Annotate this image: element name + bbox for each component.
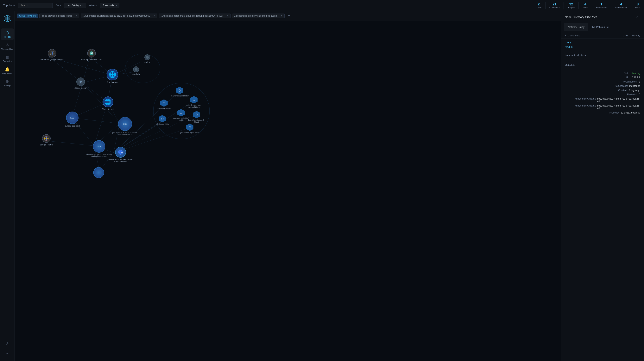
k8s-labels-title: Kubernetes Labels [565,54,640,56]
add-filter-button[interactable]: + [286,13,292,19]
stat-pods[interactable]: 8 Pods [631,2,644,9]
filter-hosts[interactable]: ...hosts:gke-harsh-multi-cloud-k8-defaul… [159,13,230,18]
node-gke-x2ej[interactable]: GKE gke-harsh-multi-cloud-k8-default-poo… [112,117,138,136]
node-directory-size-metrics[interactable]: ⬡ node-directory-size-metrics-k28sm [184,96,204,108]
cpu-label: CPU [623,34,628,37]
metadata-row-created: Created: 2 days ago [565,88,640,92]
search-input[interactable] [18,3,53,8]
sidebar-item-topology[interactable]: ⬡ Topology [1,28,14,40]
stat-csps[interactable]: 2 CSPs [532,2,545,9]
topology-lines [15,21,561,361]
node-label: digital_ocean [74,87,87,89]
sidebar-item-collapse[interactable]: « [1,349,14,357]
meta-val-state: Running [632,72,640,74]
tab-no-policies[interactable]: No Policies Set [588,23,613,31]
stat-kubernetes[interactable]: 1 Kubernetes [592,2,611,9]
right-panel-header: Node-Directory-Size-Met... × [561,11,644,23]
node-label: infra-api.newrelic.com [81,58,102,61]
time-range-arrow: ▾ [82,4,84,6]
topology-canvas[interactable]: metadata.google.internal NR infra-api.ne… [15,21,561,361]
from-label: from [56,4,61,7]
node-label: The Internet [102,108,114,110]
containers-section-header: ▲ Containers CPU Memory [561,31,644,39]
metadata-row-probe-id: Probe ID: 32f98211afec780d [565,111,640,115]
filter-google-cloud[interactable]: cloud-providers:google_cloud + × [39,13,79,18]
node-label: google_cloud [40,143,52,146]
close-panel-button[interactable]: × [635,14,640,20]
metadata-row-k8s-cluster-1: Kubernetes Cluster.: ba32eda2-6c21-4a4b-… [565,97,640,104]
node-label: fluentbit-gke-8jf28 [157,107,171,109]
sidebar-item-settings[interactable]: ⚙ Settings [1,77,14,89]
node-metadata-google[interactable]: metadata.google.internal [40,49,64,61]
meta-val-namespace: monitoring [629,85,640,87]
meta-val-created: 2 days ago [629,89,640,92]
tab-network-policy[interactable]: Network Policy [564,23,588,31]
container-item-read-du[interactable]: read-du [565,45,640,49]
node-infra-newrelic[interactable]: NR infra-api.newrelic.com [81,49,102,61]
filter-bar: Cloud Providers cloud-providers:google_c… [15,11,644,21]
filter-cloud-providers[interactable]: Cloud Providers [17,13,38,18]
plus-icon[interactable]: + [224,14,226,17]
export-icon: ↗ [6,341,9,346]
plus-icon[interactable]: + [151,14,152,17]
node-fluentbit[interactable]: ⬡ fluentbit-gke-8jf28 [157,99,171,109]
stat-namespaces[interactable]: 4 Namespaces [611,2,631,9]
filter-tag-label: ...pods:node-directory-size-metrics-k28s… [234,14,278,17]
node-caddy[interactable]: caddy [144,54,150,63]
settings-icon: ⚙ [6,79,9,84]
containers-section-title: ▲ Containers [565,34,580,37]
refresh-label: refresh [89,4,97,7]
sidebar-item-vulnerabilities[interactable]: ⚠ Vulnerabilities [1,41,14,52]
filter-tag-label: Cloud Providers [19,14,36,17]
node-pdcsi[interactable]: ⬡ pdcsi-node-f779z [156,115,169,125]
close-icon[interactable]: × [76,14,77,17]
right-panel: Node-Directory-Size-Met... × Network Pol… [561,11,644,361]
close-icon[interactable]: × [281,14,282,17]
node-fluentd-elasticsearch[interactable]: ⬡ fluentd-elasticsearch-58rpd [187,111,206,123]
right-panel-title: Node-Directory-Size-Met... [565,15,599,18]
node-read-du[interactable]: read-du [132,66,140,75]
plus-icon[interactable]: + [278,14,280,17]
meta-key-restart: Restart #: [606,93,637,96]
refresh-interval-select[interactable]: 5 seconds ▾ [100,3,119,8]
node-ba32eda2[interactable]: K8s ba32eda2-6c21-4a4b-8722-97e93a9a2662 [108,147,133,163]
svg-point-36 [125,54,160,83]
stats-bar: 2 CSPs 21 Containers 32 Images 4 Hosts 1… [532,0,644,11]
node-bottom[interactable] [93,167,104,178]
refresh-arrow: ▾ [116,4,117,6]
filter-pods[interactable]: ...pods:node-directory-size-metrics-k28s… [232,13,284,18]
section-meta: CPU Memory [623,34,640,37]
container-item-caddy[interactable]: caddy [565,40,640,45]
node-the-internet-1[interactable]: 🌐 The Internet [106,69,118,83]
node-europe-central2[interactable]: EC2 europe-central2 [65,112,80,127]
meta-key-probe-id: Probe ID: [588,111,620,114]
stat-containers[interactable]: 21 Containers [545,2,564,9]
sidebar: ⬡ Topology ⚠ Vulnerabilities ▦ Registrie… [0,11,15,361]
meta-val-probe-id: 32f98211afec780d [621,111,640,114]
node-label: pdcsi-node-f779z [156,123,169,125]
topology-nav-label: Topology [3,4,15,7]
filter-k8s-cluster[interactable]: ...kubernetes-clusters:ba32eda2-6c21-4a4… [81,13,157,18]
node-digital-ocean[interactable]: digital_ocean [74,77,87,89]
node-label: ba32eda2-6c21-4a4b-8722-97e93a9a2662 [108,158,133,163]
k8s-labels-section: Kubernetes Labels [561,51,644,61]
sidebar-item-integrations[interactable]: 🔔 Integrations [1,65,14,76]
meta-key-k8s-cluster-2: Kubernetes Cluster.: [565,104,596,107]
node-label: node-directory-size-metrics-k28sm [184,104,204,108]
time-range-select[interactable]: Last 30 days ▾ [64,3,86,8]
close-icon[interactable]: × [154,14,155,17]
node-the-internet-2[interactable]: 🌐 The Internet [102,96,114,110]
node-gke-metrics-agent[interactable]: ⬡ gke-metrics-agent-bpv8k [180,124,199,134]
stat-images[interactable]: 32 Images [564,2,578,9]
sidebar-item-export[interactable]: ↗ [1,339,14,348]
node-google-cloud[interactable]: google_cloud [40,134,52,146]
sidebar-item-registries[interactable]: ▦ Registries [1,53,14,64]
close-icon[interactable]: × [227,14,228,17]
node-label: fluentd-elasticsearch-58rpd [187,119,206,123]
meta-key-created: Created: [596,89,627,92]
node-deepfence-agent[interactable]: ⬡ deepfence-agent-8rdk7 [170,87,188,97]
plus-icon[interactable]: + [73,14,74,17]
meta-key-state: State: [599,72,630,74]
node-label: gke-metrics-agent-bpv8k [180,132,199,134]
stat-hosts[interactable]: 4 Hosts [578,2,592,9]
